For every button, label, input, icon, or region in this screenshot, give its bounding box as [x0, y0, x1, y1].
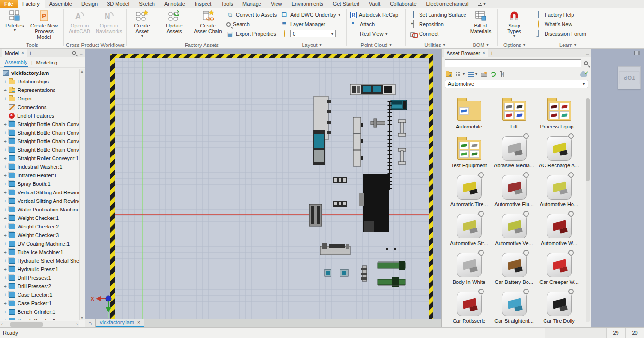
machine-bottle-conveyor-stack[interactable] [353, 117, 363, 166]
asset-item[interactable]: Automotive Ve... [492, 214, 537, 246]
expand-icon[interactable]: + [4, 122, 9, 127]
expand-icon[interactable]: + [4, 275, 9, 281]
asset-thumbnail[interactable] [502, 97, 527, 122]
import-columns-icon[interactable] [499, 71, 505, 77]
tree-item[interactable]: + Spray Booth:1 [0, 180, 79, 188]
expand-icon[interactable]: + [4, 190, 9, 195]
refresh-icon[interactable] [491, 72, 496, 77]
asset-item[interactable]: Automotive Ho... [537, 175, 581, 207]
viewcube[interactable]: TOP [618, 66, 641, 89]
menu-tab[interactable]: 3D Model [102, 0, 134, 8]
scrollbar-thumb[interactable] [10, 322, 43, 327]
tree-item[interactable]: + Infrared Heater:1 [0, 171, 79, 180]
expand-icon[interactable]: + [4, 199, 9, 204]
reposition-button[interactable]: Reposition [410, 20, 460, 28]
expand-icon[interactable]: + [4, 88, 9, 93]
tree-horizontal-scrollbar[interactable]: ‹› [0, 321, 79, 327]
whats-new-button[interactable]: What's New [535, 20, 600, 28]
menu-tab[interactable]: Assemble [45, 0, 77, 8]
real-view-button[interactable]: Real View▾ [350, 30, 402, 37]
asset-search-input[interactable] [445, 59, 581, 67]
expand-icon[interactable]: + [4, 233, 9, 238]
group-label-layout[interactable]: Layout▾ [278, 41, 345, 48]
bill-of-materials-button[interactable]: Bill of Materials [466, 9, 495, 35]
palettes-button[interactable]: Palettes ▾ [2, 9, 27, 33]
open-in-autocad-button[interactable]: A Open in AutoCAD [65, 9, 94, 35]
group-label-bom[interactable]: BOM▾ [465, 41, 496, 48]
machine-strip-1[interactable] [333, 177, 347, 183]
asset-thumbnail[interactable] [457, 253, 482, 277]
dock-panel-icon[interactable] [634, 51, 640, 55]
expand-icon[interactable]: + [4, 173, 9, 178]
add-tab-button[interactable]: + [490, 50, 493, 56]
tree-item[interactable]: + Drill Presses:2 [0, 282, 79, 291]
asset-thumbnail[interactable] [457, 97, 482, 122]
asset-item[interactable]: Body-In-White [447, 253, 492, 285]
asset-thumbnail[interactable] [457, 292, 482, 316]
category-dropdown[interactable]: Automotive ▾ [445, 80, 588, 88]
menu-tab[interactable]: View [266, 0, 287, 8]
expand-icon[interactable]: + [4, 250, 9, 255]
tree-item[interactable]: + Relationships [0, 77, 79, 86]
update-assets-button[interactable]: Update Assets [156, 9, 192, 35]
asset-item[interactable]: Car Straighteni... [492, 292, 537, 324]
tree-item[interactable]: + Connections [0, 103, 79, 111]
machine-tile-1[interactable] [325, 269, 331, 276]
expand-icon[interactable]: + [4, 258, 9, 264]
tree-item[interactable]: + Industrial Washer:1 [0, 163, 79, 171]
menu-tab[interactable]: Annotate [160, 0, 190, 8]
machine-dot-1[interactable] [386, 248, 388, 250]
asset-select-badge[interactable] [523, 133, 529, 139]
model-tab[interactable]: Model× [2, 49, 27, 57]
create-asset-button[interactable]: Create Asset ▾ [128, 9, 156, 38]
expand-icon[interactable]: + [4, 79, 9, 84]
expand-icon[interactable]: + [4, 96, 9, 101]
ribbon-display-options-icon[interactable]: ▾ [478, 0, 485, 8]
asset-item[interactable]: Car Rotisserie [447, 292, 492, 324]
tree-item[interactable]: + Representations [0, 86, 79, 94]
home-button[interactable]: ⌂ [85, 319, 96, 327]
expand-icon[interactable]: + [4, 267, 9, 272]
machine-strip-2[interactable] [333, 201, 347, 207]
asset-thumbnail[interactable] [547, 292, 572, 316]
machine-washer[interactable] [313, 130, 325, 165]
factory-help-button[interactable]: Factory Help [535, 11, 600, 18]
menu-tab[interactable]: Electromechanical [421, 0, 474, 8]
tree-item[interactable]: + Weight Checker:1 [0, 214, 79, 222]
asset-select-badge[interactable] [523, 250, 529, 256]
tree-item[interactable]: + UV Coating Machine:1 [0, 239, 79, 248]
layer-manager-button[interactable]: Layer Manager [281, 20, 342, 28]
layer-dropdown[interactable]: 0▾ [290, 30, 336, 37]
layer-visibility-icon[interactable] [284, 30, 285, 37]
asset-select-badge[interactable] [568, 289, 574, 294]
expand-icon[interactable]: + [4, 310, 9, 315]
asset-select-badge[interactable] [478, 211, 484, 217]
machine-press[interactable] [309, 204, 322, 226]
asset-item[interactable]: Automotive W... [537, 214, 581, 246]
asset-select-badge[interactable] [523, 289, 529, 294]
tree-item[interactable]: + Tube Ice Machine:1 [0, 248, 79, 256]
asset-select-badge[interactable] [568, 250, 574, 256]
expand-icon[interactable]: + [4, 156, 9, 161]
asset-item[interactable]: AC Recharge A... [537, 136, 581, 168]
tree-item[interactable]: + Case Erector:1 [0, 291, 79, 299]
machine-top-conveyor[interactable] [350, 84, 395, 95]
search-button[interactable]: Search [226, 20, 272, 28]
tree-item[interactable]: + Straight Bottle Chain Conveyor:3 [0, 137, 79, 146]
set-landing-surface-button[interactable]: Set Landing Surface [410, 11, 460, 18]
asset-thumbnail[interactable] [547, 253, 572, 277]
menu-tab[interactable]: File [0, 0, 18, 8]
publish-icon[interactable] [481, 73, 487, 77]
expand-icon[interactable]: + [4, 284, 9, 289]
asset-select-badge[interactable] [478, 289, 484, 294]
asset-item[interactable]: Automotive Flu... [492, 175, 537, 207]
asset-thumbnail[interactable] [502, 214, 527, 238]
asset-select-badge[interactable] [568, 133, 574, 139]
tree-item[interactable]: + Straight Bottle Chain Conveyor:1 [0, 120, 79, 128]
asset-thumbnail[interactable] [502, 253, 527, 277]
menu-tab[interactable]: Vault [364, 0, 385, 8]
menu-tab[interactable]: Factory [18, 0, 45, 8]
asset-thumbnail[interactable] [457, 175, 482, 200]
close-icon[interactable]: × [137, 320, 140, 325]
autodesk-recap-button[interactable]: Autodesk ReCap [350, 11, 402, 18]
